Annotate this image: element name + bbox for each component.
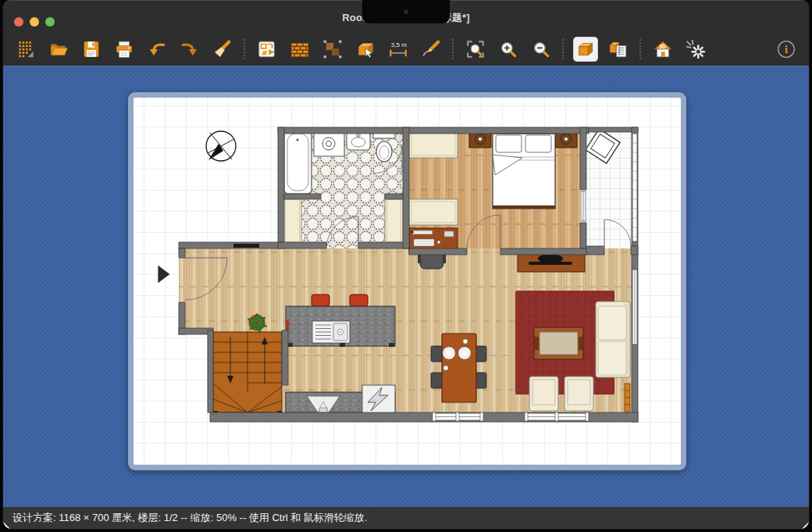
undo-arrow-icon: [147, 39, 167, 59]
design-canvas[interactable]: [3, 66, 809, 507]
radiator[interactable]: [625, 384, 630, 412]
toolbar-separator: [244, 39, 246, 59]
select-objects-button[interactable]: [321, 37, 344, 61]
redo-button[interactable]: [178, 37, 201, 61]
insert-object-button[interactable]: [354, 37, 377, 61]
washing-machine[interactable]: [314, 131, 344, 156]
app-window: Room Arranger - [无标题*] 3,5 m 3D i: [3, 0, 809, 529]
sofa[interactable]: [596, 302, 630, 377]
toolbar: 3,5 m 3D i: [3, 33, 809, 66]
status-text: 设计方案: 1168 × 700 厘米, 楼层: 1/2 -- 缩放: 50% …: [12, 512, 368, 523]
screen-notch: [362, 0, 450, 23]
sparkle-gear-icon: [686, 39, 706, 59]
save-button[interactable]: [80, 37, 103, 61]
toolbar-separator: [562, 39, 564, 59]
coffee-table[interactable]: [534, 327, 583, 359]
pillow: [496, 135, 522, 152]
zoom-out-icon: [531, 39, 551, 59]
entry-recess: [179, 252, 185, 309]
open-button[interactable]: [47, 37, 70, 61]
floor-plan[interactable]: [134, 98, 681, 465]
rooms-button[interactable]: [255, 37, 279, 61]
closet[interactable]: [283, 198, 301, 244]
bar-stool[interactable]: [312, 295, 329, 306]
cursor-arrow: [158, 265, 170, 284]
zoom-fit-button[interactable]: [464, 37, 487, 61]
zoom-fit-icon: [465, 39, 486, 59]
doormat[interactable]: [233, 244, 259, 248]
svg-text:3,5 m: 3,5 m: [391, 41, 408, 48]
measure-icon: 3,5 m: [388, 39, 408, 59]
staircase[interactable]: [213, 332, 282, 414]
resize-grip-right[interactable]: [802, 522, 809, 529]
house-3d-icon: 3D: [653, 39, 673, 59]
toolbar-separator: [452, 39, 454, 59]
statusbar: 设计方案: 1168 × 700 厘米, 楼层: 1/2 -- 缩放: 50% …: [3, 507, 809, 529]
clean-plan-button[interactable]: [211, 37, 234, 61]
plan-paper[interactable]: [128, 92, 686, 470]
camera-dot: [404, 9, 408, 14]
draw-button[interactable]: [419, 37, 443, 61]
titlebar: Room Arranger - [无标题*]: [3, 0, 809, 33]
save-floppy-icon: [81, 39, 102, 59]
dining-chair[interactable]: [431, 373, 443, 388]
new-document-icon: [16, 39, 36, 59]
tv-cabinet[interactable]: [518, 254, 585, 272]
pen-icon: [421, 39, 441, 59]
view-3d-button[interactable]: 3D: [651, 37, 675, 61]
floor-plan-icon: [257, 39, 277, 59]
dining-chair[interactable]: [431, 346, 443, 362]
armchair[interactable]: [529, 377, 558, 411]
brush-icon: [212, 39, 233, 59]
zoom-out-button[interactable]: [529, 37, 553, 61]
undo-button[interactable]: [145, 37, 169, 61]
armchair[interactable]: [564, 377, 593, 411]
box-3d-icon: [575, 39, 596, 59]
compass[interactable]: [206, 131, 236, 161]
print-button[interactable]: [112, 37, 136, 61]
walls-button[interactable]: [288, 37, 312, 61]
new-button[interactable]: [14, 37, 37, 61]
object-properties-button[interactable]: [607, 37, 630, 61]
bar-stool[interactable]: [350, 295, 368, 306]
wardrobe[interactable]: [409, 199, 458, 225]
resize-grip-left[interactable]: [3, 522, 10, 529]
svg-text:3D: 3D: [659, 44, 666, 49]
box-list-icon: [608, 39, 629, 59]
pillow: [525, 135, 551, 152]
printer-icon: [114, 39, 134, 59]
insert-box-cursor-icon: [355, 39, 376, 59]
object-3d-view-button[interactable]: [574, 37, 597, 61]
zoom-in-icon: [498, 39, 518, 59]
info-icon: i: [776, 39, 796, 59]
brick-wall-icon: [290, 39, 310, 59]
info-button[interactable]: i: [775, 37, 798, 61]
wardrobe[interactable]: [409, 130, 458, 158]
toolbar-separator: [639, 39, 642, 59]
render-settings-button[interactable]: [684, 37, 707, 61]
selection-icon: [322, 39, 343, 59]
zoom-in-button[interactable]: [497, 37, 520, 61]
open-folder-icon: [48, 39, 69, 59]
measure-button[interactable]: 3,5 m: [386, 37, 410, 61]
svg-text:i: i: [785, 43, 788, 55]
redo-arrow-icon: [180, 39, 200, 59]
closet[interactable]: [385, 198, 403, 244]
